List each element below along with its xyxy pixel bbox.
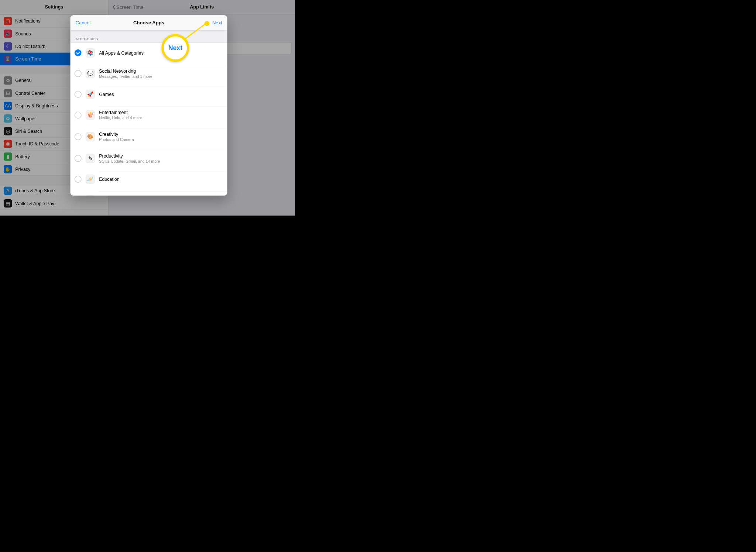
category-row-creativity[interactable]: 🎨 Creativity Photos and Camera [71,126,227,148]
category-title: Games [99,92,223,97]
category-subtitle: Photos and Camera [99,138,223,142]
category-icon: 💬 [86,69,95,78]
category-icon: 📚 [86,48,95,58]
category-title: Education [99,177,223,182]
cancel-button[interactable]: Cancel [75,20,90,25]
choose-apps-modal: Cancel Choose Apps Next CATEGORIES 📚 All… [71,15,227,196]
category-row-games[interactable]: 🚀 Games [71,84,227,104]
category-row-all-apps-categories[interactable]: 📚 All Apps & Categories [71,43,227,63]
category-icon: 🎨 [86,132,95,141]
category-title: Productivity [99,153,223,159]
category-icon: 🍿 [86,110,95,120]
category-title: Creativity [99,132,223,137]
checkbox-icon[interactable] [75,91,82,98]
category-subtitle: Messages, Twitter, and 1 more [99,74,223,79]
next-button[interactable]: Next [212,20,222,25]
category-icon: 🚀 [86,90,95,99]
checkbox-icon[interactable] [75,70,82,77]
category-row-entertainment[interactable]: 🍿 Entertainment Netflix, Hulu, and 4 mor… [71,104,227,126]
checkbox-icon[interactable] [75,112,82,119]
category-title: Social Networking [99,69,223,74]
category-icon: ✎ [86,154,95,163]
category-row-productivity[interactable]: ✎ Productivity Stylus Update, Gmail, and… [71,148,227,169]
checkbox-icon[interactable] [75,155,82,162]
category-title: All Apps & Categories [99,50,223,55]
checkbox-icon[interactable] [75,176,82,183]
category-row-education[interactable]: 🪐 Education [71,169,227,189]
category-icon: 🪐 [86,175,95,184]
category-subtitle: Stylus Update, Gmail, and 14 more [99,159,223,164]
category-title: Reading & Reference [99,195,223,196]
checkbox-icon[interactable] [75,133,82,140]
modal-title: Choose Apps [133,20,164,25]
category-row-social-networking[interactable]: 💬 Social Networking Messages, Twitter, a… [71,63,227,84]
category-title: Entertainment [99,110,223,115]
category-icon: 📖 [86,195,95,196]
category-subtitle: Netflix, Hulu, and 4 more [99,116,223,121]
categories-section-header: CATEGORIES [71,31,227,43]
checkbox-icon[interactable] [75,49,82,56]
category-row-reading-reference[interactable]: 📖 Reading & Reference Books, News, and 2… [71,189,227,196]
